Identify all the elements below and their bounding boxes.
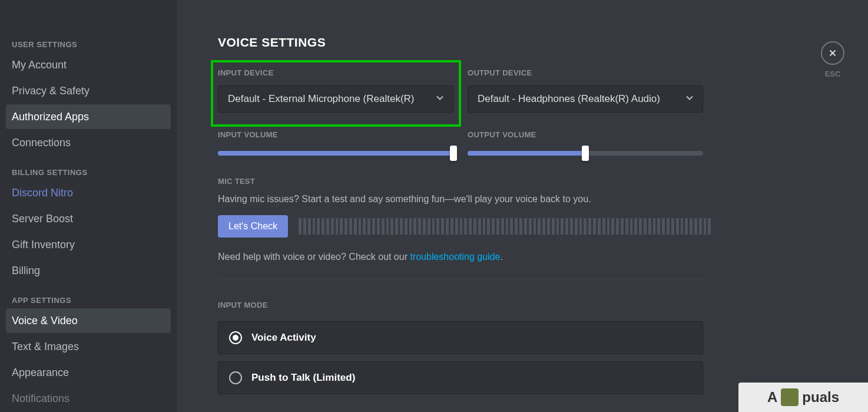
output-device-label: OUTPUT DEVICE [468, 68, 703, 77]
mic-test-label: MIC TEST [218, 177, 844, 186]
input-mode-label: INPUT MODE [218, 301, 844, 309]
page-title: VOICE SETTINGS [218, 35, 844, 50]
settings-sidebar: USER SETTINGS My Account Privacy & Safet… [0, 0, 177, 412]
output-device-value: Default - Headphones (Realtek(R) Audio) [478, 93, 660, 105]
user-settings-header: USER SETTINGS [6, 35, 171, 52]
sidebar-item-authorized-apps[interactable]: Authorized Apps [6, 104, 171, 129]
radio-selected-icon [229, 331, 242, 344]
close-icon [827, 48, 838, 58]
sidebar-item-billing[interactable]: Billing [6, 258, 171, 283]
input-device-value: Default - External Microphone (Realtek(R… [228, 93, 415, 105]
billing-settings-header: BILLING SETTINGS [6, 163, 171, 180]
radio-unselected-icon [229, 371, 242, 384]
push-to-talk-label: Push to Talk (Limited) [251, 372, 355, 384]
sidebar-item-gift-inventory[interactable]: Gift Inventory [6, 232, 171, 257]
watermark-icon [781, 388, 799, 406]
troubleshooting-link[interactable]: troubleshooting guide [410, 252, 500, 262]
sidebar-item-text-images[interactable]: Text & Images [6, 334, 171, 359]
sidebar-item-appearance[interactable]: Appearance [6, 360, 171, 385]
lets-check-button[interactable]: Let's Check [218, 215, 288, 238]
chevron-down-icon [434, 92, 446, 107]
input-volume-slider[interactable] [218, 151, 453, 156]
mic-test-description: Having mic issues? Start a test and say … [218, 194, 844, 205]
help-text: Need help with voice or video? Check out… [218, 252, 844, 262]
input-volume-label: INPUT VOLUME [218, 130, 453, 139]
esc-label: ESC [821, 70, 844, 78]
sidebar-item-discord-nitro[interactable]: Discord Nitro [6, 180, 171, 205]
watermark: Apuals [738, 383, 868, 412]
app-settings-header: APP SETTINGS [6, 291, 171, 308]
sidebar-item-my-account[interactable]: My Account [6, 52, 171, 77]
sidebar-item-voice-video[interactable]: Voice & Video [6, 308, 171, 333]
sidebar-item-notifications[interactable]: Notifications [6, 386, 171, 411]
close-button[interactable] [821, 41, 844, 65]
sidebar-item-privacy-safety[interactable]: Privacy & Safety [6, 78, 171, 103]
output-volume-slider[interactable] [468, 151, 703, 156]
chevron-down-icon [684, 92, 695, 107]
sidebar-item-server-boost[interactable]: Server Boost [6, 206, 171, 231]
output-device-dropdown[interactable]: Default - Headphones (Realtek(R) Audio) [468, 85, 703, 113]
sidebar-item-connections[interactable]: Connections [6, 130, 171, 155]
input-device-label: INPUT DEVICE [218, 68, 453, 77]
input-mode-voice-activity[interactable]: Voice Activity [218, 321, 703, 354]
mic-level-meter [299, 218, 711, 235]
input-device-dropdown[interactable]: Default - External Microphone (Realtek(R… [218, 85, 453, 113]
output-volume-label: OUTPUT VOLUME [468, 130, 703, 139]
main-content: VOICE SETTINGS INPUT DEVICE Default - Ex… [177, 0, 868, 412]
input-mode-push-to-talk[interactable]: Push to Talk (Limited) [218, 361, 703, 394]
section-divider [218, 279, 703, 279]
voice-activity-label: Voice Activity [251, 332, 316, 344]
